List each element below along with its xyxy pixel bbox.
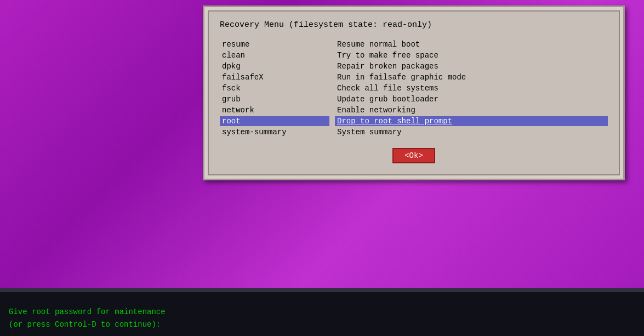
menu-item-name-root[interactable]: root [220,116,329,126]
menu-item-desc-grub: Update grub bootloader [335,94,608,104]
separator-bar [0,288,644,292]
dialog-title: Recovery Menu (filesystem state: read-on… [220,20,608,30]
bottom-line-2: (or press Control-D to continue): [9,318,635,331]
menu-item-name-resume[interactable]: resume [220,39,329,49]
dialog-inner: Recovery Menu (filesystem state: read-on… [208,10,620,175]
menu-item-name-fsck[interactable]: fsck [220,83,329,93]
menu-item-name-network[interactable]: network [220,105,329,115]
bottom-text: Give root password for maintenance (or p… [9,306,635,331]
screen: Recovery Menu (filesystem state: read-on… [0,0,644,336]
menu-item-desc-dpkg: Repair broken packages [335,61,608,71]
menu-item-desc-clean: Try to make free space [335,50,608,60]
menu-item-desc-root: Drop to root shell prompt [335,116,608,126]
menu-item-name-system-summary[interactable]: system-summary [220,127,329,137]
menu-descriptions: Resume normal bootTry to make free space… [329,39,608,137]
menu-item-desc-network: Enable networking [335,105,608,115]
menu-item-desc-failsafeX: Run in failsafe graphic mode [335,72,608,82]
ok-button[interactable]: <Ok> [392,148,435,163]
ok-button-row: <Ok> [220,148,608,163]
menu-item-name-failsafeX[interactable]: failsafeX [220,72,329,82]
menu-item-name-clean[interactable]: clean [220,50,329,60]
menu-item-desc-fsck: Check all file systems [335,83,608,93]
menu-names: resumecleandpkgfailsafeXfsckgrubnetworkr… [220,39,329,137]
bottom-bar: Give root password for maintenance (or p… [0,292,644,336]
recovery-dialog: Recovery Menu (filesystem state: read-on… [203,5,625,180]
menu-item-name-dpkg[interactable]: dpkg [220,61,329,71]
bottom-line-1: Give root password for maintenance [9,306,635,318]
menu-item-desc-system-summary: System summary [335,127,608,137]
menu-item-name-grub[interactable]: grub [220,94,329,104]
menu-container: resumecleandpkgfailsafeXfsckgrubnetworkr… [220,39,608,137]
menu-item-desc-resume: Resume normal boot [335,39,608,49]
